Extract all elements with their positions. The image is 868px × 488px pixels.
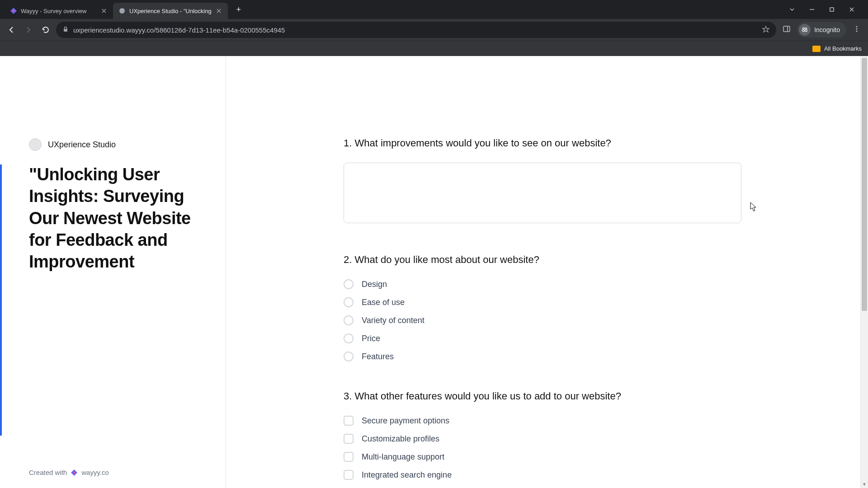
tab-close-icon[interactable] — [215, 7, 222, 14]
checkbox-icon — [344, 434, 354, 444]
checkbox-icon — [344, 452, 354, 462]
option-integrated-search[interactable]: Integrated search engine — [344, 470, 814, 480]
option-label: Design — [362, 280, 387, 289]
svg-rect-5 — [783, 26, 790, 32]
tab-favicon-icon — [10, 7, 17, 14]
window-controls — [787, 4, 863, 15]
address-bar[interactable]: uxperiencestudio.wayyy.co/5860126d-7d13-… — [56, 22, 776, 38]
option-variety-of-content[interactable]: Variety of content — [344, 315, 814, 325]
tab-title: Wayyy - Survey overview — [21, 8, 97, 14]
side-panel-icon[interactable] — [783, 25, 791, 35]
svg-point-9 — [856, 26, 858, 28]
svg-rect-4 — [64, 29, 67, 32]
scrollbar-thumb[interactable] — [862, 58, 867, 311]
new-tab-button[interactable]: + — [232, 3, 245, 16]
survey-content: 1. What improvements would you like to s… — [226, 56, 868, 488]
question-2-options: Design Ease of use Variety of content Pr… — [344, 279, 814, 361]
toolbar: uxperiencestudio.wayyy.co/5860126d-7d13-… — [0, 19, 868, 41]
option-features[interactable]: Features — [344, 352, 814, 361]
tab-wayyy-overview[interactable]: Wayyy - Survey overview — [5, 3, 113, 19]
radio-icon — [344, 297, 354, 307]
option-price[interactable]: Price — [344, 333, 814, 343]
svg-point-8 — [805, 30, 807, 32]
question-2-label: 2. What do you like most about our websi… — [344, 254, 814, 266]
tab-uxperience-studio[interactable]: UXperience Studio - "Unlocking — [113, 3, 228, 19]
maximize-icon[interactable] — [826, 4, 837, 15]
radio-icon — [344, 352, 354, 361]
question-1-label: 1. What improvements would you like to s… — [344, 137, 814, 149]
question-1-textarea[interactable] — [344, 163, 741, 223]
option-label: Features — [362, 352, 394, 361]
all-bookmarks-label: All Bookmarks — [824, 45, 862, 52]
option-label: Ease of use — [362, 298, 405, 307]
back-button[interactable] — [5, 23, 18, 37]
svg-point-10 — [856, 28, 858, 30]
incognito-icon — [799, 24, 811, 36]
forward-button[interactable] — [22, 23, 35, 37]
minimize-icon[interactable] — [807, 4, 817, 15]
scrollbar-vertical[interactable]: ▲ ▼ — [860, 56, 868, 488]
close-icon[interactable] — [846, 4, 857, 15]
folder-icon — [812, 46, 821, 52]
tab-close-icon[interactable] — [100, 7, 108, 14]
radio-icon — [344, 315, 354, 325]
org-name: UXperience Studio — [48, 140, 116, 150]
incognito-badge[interactable]: Incognito — [797, 22, 846, 38]
wayyy-link-label: wayyy.co — [81, 469, 109, 476]
question-2: 2. What do you like most about our websi… — [344, 254, 814, 361]
tab-title: UXperience Studio - "Unlocking — [129, 8, 212, 14]
survey-title: "Unlocking User Insights: Surveying Our … — [29, 164, 197, 272]
sidebar: UXperience Studio "Unlocking User Insigh… — [0, 56, 226, 488]
option-label: Customizable profiles — [362, 434, 439, 444]
incognito-label: Incognito — [814, 26, 840, 33]
browser-chrome: Wayyy - Survey overview UXperience Studi… — [0, 0, 868, 56]
svg-rect-3 — [830, 8, 834, 11]
wayyy-logo-icon — [71, 469, 78, 476]
option-ease-of-use[interactable]: Ease of use — [344, 297, 814, 307]
sidebar-accent — [0, 164, 2, 436]
star-icon[interactable] — [762, 25, 770, 35]
org-row: UXperience Studio — [29, 138, 197, 151]
toolbar-right: Incognito — [780, 22, 863, 38]
page-content: UXperience Studio "Unlocking User Insigh… — [0, 56, 868, 488]
question-1: 1. What improvements would you like to s… — [344, 137, 814, 225]
scrollbar-arrow-down-icon[interactable]: ▼ — [861, 480, 868, 488]
radio-icon — [344, 333, 354, 343]
reload-button[interactable] — [39, 23, 52, 37]
org-logo-icon — [29, 138, 42, 151]
option-multi-language[interactable]: Multi-language support — [344, 452, 814, 462]
checkbox-icon — [344, 416, 354, 426]
question-3-label: 3. What other features would you like us… — [344, 390, 814, 402]
created-with-label: Created with — [29, 469, 67, 476]
option-label: Price — [362, 334, 380, 343]
all-bookmarks-button[interactable]: All Bookmarks — [812, 45, 862, 52]
option-label: Multi-language support — [362, 452, 444, 462]
option-secure-payment[interactable]: Secure payment options — [344, 416, 814, 426]
question-3: 3. What other features would you like us… — [344, 390, 814, 480]
radio-icon — [344, 279, 354, 289]
bookmarks-bar: All Bookmarks — [0, 41, 868, 56]
url-text: uxperiencestudio.wayyy.co/5860126d-7d13-… — [73, 26, 757, 34]
svg-point-2 — [119, 8, 125, 14]
lock-icon — [62, 26, 69, 34]
option-design[interactable]: Design — [344, 279, 814, 289]
created-with[interactable]: Created with wayyy.co — [29, 469, 109, 476]
option-customizable-profiles[interactable]: Customizable profiles — [344, 434, 814, 444]
option-label: Integrated search engine — [362, 470, 452, 480]
option-label: Secure payment options — [362, 416, 449, 426]
question-3-options: Secure payment options Customizable prof… — [344, 416, 814, 480]
menu-icon[interactable] — [853, 25, 861, 35]
tab-favicon-icon — [118, 7, 126, 14]
chevron-down-icon[interactable] — [787, 4, 797, 15]
tab-bar: Wayyy - Survey overview UXperience Studi… — [0, 0, 868, 19]
option-label: Variety of content — [362, 316, 425, 325]
svg-point-7 — [802, 30, 805, 32]
svg-point-11 — [856, 31, 858, 32]
checkbox-icon — [344, 470, 354, 480]
